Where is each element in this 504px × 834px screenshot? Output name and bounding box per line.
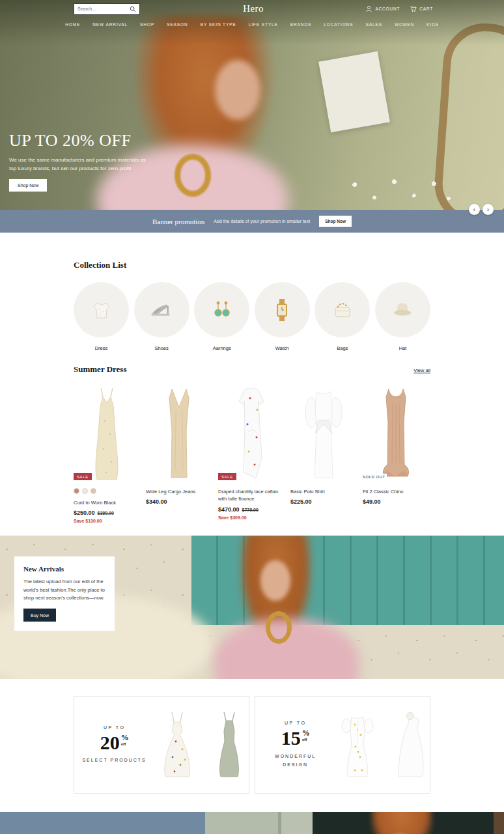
buy-now-button[interactable]: Buy Now (23, 609, 56, 622)
nav-item-locations[interactable]: LOCATIONS (324, 22, 353, 27)
nav-item-kids[interactable]: KIDS (427, 22, 439, 27)
ribbed-slip-dress-image (373, 385, 419, 483)
product-image[interactable]: SALE (74, 381, 140, 483)
promo-strip-shop-now-button[interactable]: Shop Now (319, 216, 352, 227)
carousel-prev-button[interactable]: ‹ (469, 204, 480, 215)
product-card-fit-2-classic-chino[interactable]: SOLD OUT Fit 2 Classic Chino $49.00 (363, 381, 429, 523)
nav-item-shop[interactable]: SHOP (140, 22, 154, 27)
daisies-decoration (337, 163, 461, 210)
user-icon (365, 5, 372, 12)
collection-item-hat[interactable]: Hat (375, 282, 430, 351)
percent-sign: % (302, 729, 310, 737)
product-price: $49.00 (363, 498, 381, 505)
view-all-link[interactable]: View all (413, 367, 430, 373)
sold-out-badge: SOLD OUT (363, 474, 387, 480)
off-label: off (302, 738, 307, 741)
new-arrivals-section: New Arrivals The latest upload from our … (0, 536, 504, 679)
next-section-preview (0, 812, 504, 834)
color-swatch[interactable] (82, 488, 88, 494)
collection-circles: Dress Shoes (74, 282, 430, 351)
hero-copy: UP TO 20% OFF We use the same manufactur… (9, 131, 160, 192)
handbag-icon (329, 297, 356, 323)
nav-item-life-style[interactable]: LIFE STYLE (249, 22, 278, 27)
summer-dress-title: Summer Dress (74, 364, 127, 375)
door-frame-edge (494, 812, 504, 834)
model-face (215, 60, 260, 120)
search-icon[interactable] (130, 6, 136, 12)
hero-carousel-controls: ‹ › (469, 204, 494, 215)
collection-item-dress[interactable]: Dress (74, 282, 129, 351)
collection-item-watch[interactable]: Watch (255, 282, 310, 351)
teal-headboard (191, 536, 504, 624)
product-image[interactable]: SALE (218, 381, 285, 483)
nav-item-women[interactable]: WOMEN (395, 22, 414, 27)
color-swatch[interactable] (74, 488, 79, 494)
product-title[interactable]: Cord In Worn Black (74, 499, 140, 506)
search-box[interactable] (74, 3, 140, 15)
product-price: $340.00 (146, 498, 167, 505)
nav-item-by-skin-type[interactable]: BY SKIN TYPE (201, 22, 236, 27)
main-navigation: HOME NEW ARRIVAL SHOP SEASON BY SKIN TYP… (0, 18, 504, 31)
product-card-cord-in-worn-black[interactable]: SALE Cord In Worn Black $250.00 $380.00 … (74, 381, 140, 523)
product-card-basic-polo-shirt[interactable]: Basic Polo Shirt $225.00 (290, 381, 357, 523)
nav-item-home[interactable]: HOME (65, 22, 80, 27)
promo-card-images (154, 709, 249, 781)
site-logo[interactable]: Hero (243, 3, 264, 14)
portrait-image (313, 812, 494, 834)
collection-item-shoes[interactable]: Shoes (134, 282, 189, 351)
earrings-icon (209, 297, 235, 323)
product-title[interactable]: Wide Leg Cargo Jeans (146, 488, 212, 495)
swatch-row (74, 488, 140, 494)
color-swatch[interactable] (91, 488, 96, 494)
nav-item-sales[interactable]: SALES (365, 22, 382, 27)
product-title[interactable]: Fit 2 Classic Chino (363, 488, 429, 495)
carousel-next-button[interactable]: › (483, 204, 494, 215)
new-arrivals-body: The latest upload from our edit of the w… (23, 578, 105, 602)
account-button[interactable]: ACCOUNT (365, 5, 400, 12)
product-card-wide-leg-cargo-jeans[interactable]: Wide Leg Cargo Jeans $340.00 (146, 381, 212, 523)
chevron-left-icon: ‹ (473, 207, 475, 213)
promo-card-select-products[interactable]: UP TO 20 % off SELECT PRODUCTS (74, 696, 249, 794)
product-image[interactable]: SOLD OUT (363, 381, 429, 483)
nav-item-season[interactable]: SEASON (167, 22, 188, 27)
collection-label: Bags (315, 345, 370, 351)
product-image[interactable] (146, 381, 212, 483)
product-image[interactable] (290, 381, 357, 483)
promo-card-wonderful-design[interactable]: UP TO 15 % off WONDERFUL DESIGN (255, 696, 430, 794)
price-row: $225.00 (290, 498, 357, 505)
promo-strip-title: Banner promotion (152, 218, 204, 225)
price-row: $340.00 (146, 498, 212, 505)
collection-label: Aarrings (194, 345, 249, 351)
promo-strip-subtitle: Add the details of your promotion in sma… (214, 219, 310, 223)
up-to-label: UP TO (74, 725, 154, 730)
collection-label: Dress (74, 345, 129, 351)
collection-item-bags[interactable]: Bags (315, 282, 370, 351)
storefront-page: Hero ACCOUNT CART (0, 0, 504, 834)
collection-label: Hat (375, 345, 430, 351)
search-input[interactable] (77, 7, 130, 11)
save-amount: Save $130.00 (74, 519, 102, 523)
percent-sign: % (121, 734, 129, 741)
product-grid: SALE Cord In Worn Black $250.00 $380.00 … (74, 381, 430, 523)
model-hair (371, 812, 433, 834)
product-price: $250.00 (74, 510, 95, 516)
promo-card-text: UP TO 20 % off SELECT PRODUCTS (74, 725, 154, 765)
blouse-icon (89, 297, 115, 323)
nav-item-new-arrival[interactable]: NEW ARRIVAL (92, 22, 128, 27)
product-title[interactable]: Draped chantilly lace caftan with tulle … (218, 488, 285, 503)
column-dress-image (156, 385, 202, 483)
cart-button[interactable]: CART (410, 5, 433, 12)
price-row: $250.00 $380.00 Save $130.00 (74, 510, 140, 523)
percent-value: 15 (281, 729, 301, 748)
hero-shop-now-button[interactable]: Shop Now (9, 179, 47, 192)
collection-thumb (74, 282, 129, 338)
collection-label: Watch (255, 345, 310, 351)
product-card-draped-chantilly-caftan[interactable]: SALE Draped chantilly lace caftan with t… (218, 381, 285, 523)
product-title[interactable]: Basic Polo Shirt (290, 488, 357, 495)
sale-badge: SALE (218, 473, 236, 480)
discount-figure: 15 % off (255, 729, 335, 748)
hero-banner: Hero ACCOUNT CART (0, 0, 504, 210)
nav-item-brands[interactable]: BRANDS (290, 22, 312, 27)
collection-item-aarrings[interactable]: Aarrings (194, 282, 249, 351)
gold-necklace (175, 154, 211, 197)
